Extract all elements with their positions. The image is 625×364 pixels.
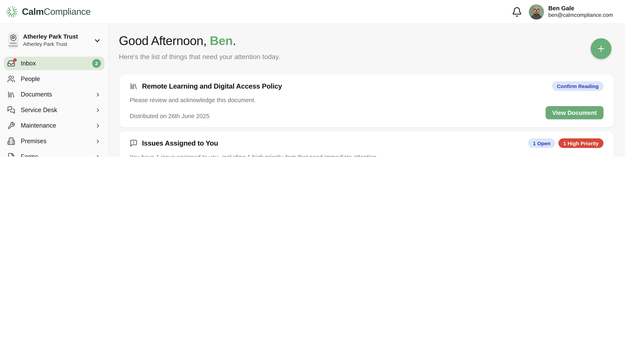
user-email: ben@calmcompliance.com [548,12,613,19]
sidebar-item-label: Service Desk [21,106,90,114]
status-badge-high-priority: 1 High Priority [558,138,603,148]
distributed-date: Distributed on 26th June 2025 [130,113,210,119]
app-body: DEMO SCHOOL Atherley Park Trust Atherley… [0,24,625,157]
sidebar-item-label: People [21,75,101,83]
add-button[interactable] [591,38,611,59]
chevron-right-icon [95,122,101,129]
sidebar-item-label: Forms [21,153,90,157]
card-issues-assigned: Issues Assigned to You 1 Open 1 High Pri… [119,131,614,157]
org-meta: Atherley Park Trust Atherley Park Trust [23,33,89,48]
status-badge-confirm-reading: Confirm Reading [552,81,603,91]
topbar: CalmCompliance [0,0,625,24]
notifications-bell-icon[interactable] [512,6,522,17]
attention-list: Remote Learning and Digital Access Polic… [119,74,614,157]
topbar-right: Ben Gale ben@calmcompliance.com [512,4,613,19]
status-badge-open: 1 Open [528,138,555,148]
view-document-button[interactable]: View Document [545,106,603,119]
chat-bubbles-icon [7,106,15,114]
chevron-right-icon [95,154,101,157]
brand-wordmark: CalmCompliance [22,6,91,17]
chevron-right-icon [95,91,101,97]
issue-bubble-icon [130,139,138,147]
org-badge-text: DEMO SCHOOL [9,42,18,47]
shield-book-icon [9,34,17,42]
org-title: Atherley Park Trust [23,33,78,40]
page-subtitle: Here's the list of things that need your… [119,52,614,62]
card-title-row: Remote Learning and Digital Access Polic… [130,81,478,91]
brand-wordmark-light: Compliance [44,6,91,17]
avatar[interactable] [529,4,544,19]
card-meta: Distributed on 26th June 2025 [130,113,478,119]
app-window: CalmCompliance [0,0,625,157]
library-icon [7,91,15,98]
brand-wordmark-bold: Calm [22,6,44,17]
sidebar-item-premises[interactable]: Premises [4,134,104,148]
user-menu[interactable]: Ben Gale ben@calmcompliance.com [529,4,613,19]
sidebar-item-people[interactable]: People [4,72,104,86]
org-logo-badge: DEMO SCHOOL [8,32,19,49]
unread-dot [13,58,17,62]
inbox-icon [7,60,15,67]
sidebar-nav: Inbox 2 People [4,57,104,157]
wrench-icon [7,121,15,129]
calmcompliance-swirl-logo-icon [6,5,18,18]
card-description: Please review and acknowledge this docum… [130,96,478,104]
people-icon [7,75,15,83]
brand-logo: CalmCompliance [6,5,91,18]
greeting-period: . [233,34,236,48]
greeting-name: Ben [210,34,233,48]
buildings-icon [7,137,15,145]
chevron-right-icon [95,138,101,144]
sidebar-item-inbox[interactable]: Inbox 2 [4,57,104,70]
user-meta: Ben Gale ben@calmcompliance.com [548,5,613,19]
sidebar-item-label: Documents [21,91,90,98]
sidebar-item-service-desk[interactable]: Service Desk [4,103,104,117]
card-status-badges: 1 Open 1 High Priority [528,138,603,148]
sidebar-item-label: Inbox [21,60,87,67]
chevron-right-icon [95,107,101,113]
sidebar: DEMO SCHOOL Atherley Park Trust Atherley… [0,24,109,157]
sidebar-item-label: Premises [21,138,90,145]
sidebar-item-maintenance[interactable]: Maintenance [4,119,104,132]
card-remote-learning-policy: Remote Learning and Digital Access Polic… [119,74,614,128]
sidebar-item-documents[interactable]: Documents [4,88,104,101]
greeting-prefix: Good Afternoon, [119,34,210,48]
org-selector[interactable]: DEMO SCHOOL Atherley Park Trust Atherley… [4,30,104,51]
chevron-down-icon [94,36,101,44]
plus-icon [596,44,606,54]
sidebar-item-label: Maintenance [21,122,90,129]
org-subtitle: Atherley Park Trust [23,41,67,47]
card-status-badges: Confirm Reading [552,81,603,91]
card-title: Remote Learning and Digital Access Polic… [142,81,282,91]
card-description: You have 1 issue assigned to you, includ… [130,153,478,157]
sidebar-item-forms[interactable]: Forms [4,150,104,157]
user-name: Ben Gale [548,5,613,12]
inbox-count-badge: 2 [92,59,101,68]
document-icon [7,153,15,157]
card-title-row: Issues Assigned to You [130,138,478,148]
library-icon [130,82,138,90]
card-title: Issues Assigned to You [142,138,218,148]
main-content: Good Afternoon, Ben. Here's the list of … [109,24,625,157]
page-title: Good Afternoon, Ben. [119,34,614,48]
